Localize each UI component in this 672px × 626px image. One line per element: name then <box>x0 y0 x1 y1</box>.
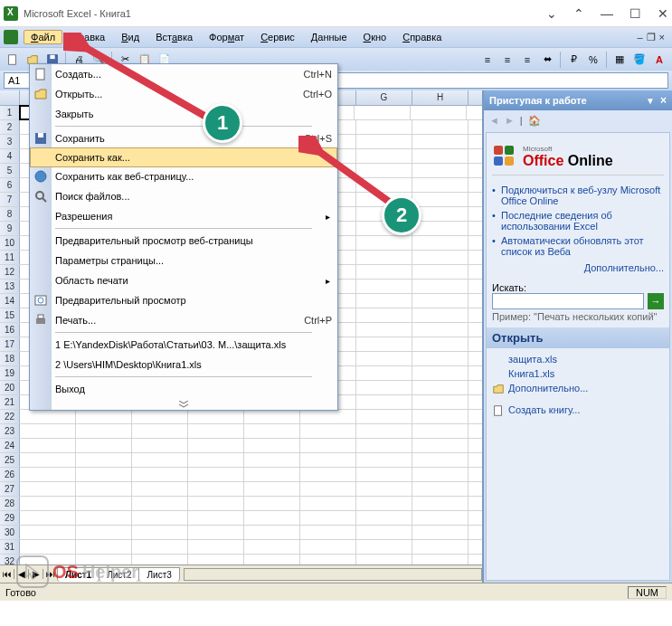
cell[interactable] <box>188 540 244 554</box>
cell[interactable] <box>356 511 412 525</box>
cell[interactable] <box>132 482 188 496</box>
cell[interactable] <box>20 526 76 539</box>
menu-item[interactable]: Предварительный просмотр веб-страницы <box>30 231 337 251</box>
back-icon[interactable]: ◄ <box>489 115 499 126</box>
cell[interactable] <box>132 511 188 525</box>
cell[interactable] <box>356 149 412 163</box>
cell[interactable] <box>76 424 132 438</box>
cell[interactable] <box>188 410 244 423</box>
cell[interactable] <box>356 193 412 206</box>
sheet-tab-1[interactable]: Лист1 <box>57 567 99 582</box>
tab-last-icon[interactable]: ⏭ <box>43 569 58 579</box>
row-header[interactable]: 12 <box>0 265 20 279</box>
cell[interactable] <box>412 323 469 337</box>
cell[interactable] <box>188 453 244 467</box>
row-header[interactable]: 13 <box>0 280 20 293</box>
cell[interactable] <box>356 497 412 510</box>
cell[interactable] <box>244 453 300 467</box>
search-input[interactable] <box>492 293 644 309</box>
menu-file[interactable]: Файл <box>24 30 62 44</box>
row-header[interactable]: 7 <box>0 193 20 206</box>
chevron-down-icon[interactable]: ⌄ <box>546 6 557 21</box>
cell[interactable] <box>300 511 356 525</box>
cell[interactable] <box>132 526 188 539</box>
expand-menu-icon[interactable] <box>30 399 337 410</box>
row-header[interactable]: 23 <box>0 424 20 438</box>
cell[interactable] <box>76 540 132 554</box>
recent-file-link[interactable]: защита.xls <box>492 352 664 366</box>
cell[interactable] <box>132 540 188 554</box>
column-header[interactable]: H <box>412 90 469 105</box>
cell[interactable] <box>411 106 467 119</box>
cell[interactable] <box>356 337 412 351</box>
cell[interactable] <box>356 526 412 539</box>
cell[interactable] <box>412 120 469 134</box>
cell[interactable] <box>300 497 356 510</box>
cell[interactable] <box>244 526 300 539</box>
minimize-icon[interactable]: — <box>601 6 613 21</box>
row-header[interactable]: 17 <box>0 337 20 351</box>
cell[interactable] <box>412 366 469 380</box>
cell[interactable] <box>356 294 412 308</box>
cell[interactable] <box>412 222 469 235</box>
cell[interactable] <box>356 308 412 322</box>
cell[interactable] <box>76 439 132 452</box>
cell[interactable] <box>412 308 469 322</box>
cell[interactable] <box>356 439 412 452</box>
close-icon[interactable]: ✕ <box>658 6 668 21</box>
menu-item[interactable]: Сохранить как веб-страницу... <box>30 166 337 186</box>
cell[interactable] <box>188 468 244 481</box>
cell[interactable] <box>132 424 188 438</box>
cell[interactable] <box>244 511 300 525</box>
cell[interactable] <box>132 497 188 510</box>
cell[interactable] <box>412 294 469 308</box>
menu-data[interactable]: Данные <box>304 30 355 44</box>
cell[interactable] <box>412 193 469 206</box>
cell[interactable] <box>412 497 469 510</box>
cell[interactable] <box>188 439 244 452</box>
menu-item[interactable]: Предварительный просмотр <box>30 290 337 310</box>
cell[interactable] <box>412 280 469 293</box>
menu-item[interactable]: Печать...Ctrl+P <box>30 310 337 330</box>
row-header[interactable]: 29 <box>0 511 20 525</box>
cell[interactable] <box>356 482 412 496</box>
cell[interactable] <box>132 439 188 452</box>
cell[interactable] <box>188 497 244 510</box>
cell[interactable] <box>356 222 412 235</box>
cell[interactable] <box>412 337 469 351</box>
cell[interactable] <box>412 135 469 148</box>
row-header[interactable]: 15 <box>0 308 20 322</box>
new-button[interactable] <box>4 51 22 69</box>
menu-item[interactable]: Открыть...Ctrl+O <box>30 84 337 104</box>
cell[interactable] <box>76 497 132 510</box>
menu-item[interactable]: Создать...Ctrl+N <box>30 64 337 84</box>
cell[interactable] <box>244 497 300 510</box>
cell[interactable] <box>132 468 188 481</box>
sheet-tab-2[interactable]: Лист2 <box>99 567 139 582</box>
cell[interactable] <box>188 482 244 496</box>
cell[interactable] <box>300 410 356 423</box>
cell[interactable] <box>356 424 412 438</box>
menu-item[interactable]: 2 \Users\HIM\Desktop\Книга1.xls <box>30 355 337 375</box>
recent-file-link[interactable]: Книга1.xls <box>492 366 664 381</box>
row-header[interactable]: 25 <box>0 453 20 467</box>
menu-help[interactable]: Справка <box>395 30 449 44</box>
cell[interactable] <box>412 352 469 365</box>
cell[interactable] <box>188 526 244 539</box>
cell[interactable] <box>300 482 356 496</box>
merge-button[interactable]: ⬌ <box>538 51 556 69</box>
cell[interactable] <box>132 453 188 467</box>
cell[interactable] <box>20 468 76 481</box>
row-header[interactable]: 5 <box>0 164 20 177</box>
cell[interactable] <box>356 135 412 148</box>
cell[interactable] <box>356 207 412 221</box>
row-header[interactable]: 19 <box>0 366 20 380</box>
cell[interactable] <box>356 352 412 365</box>
cell[interactable] <box>356 236 412 250</box>
cell[interactable] <box>300 439 356 452</box>
cell[interactable] <box>300 526 356 539</box>
cell[interactable] <box>300 453 356 467</box>
cell[interactable] <box>356 453 412 467</box>
cell[interactable] <box>76 526 132 539</box>
home-icon[interactable]: 🏠 <box>528 115 541 127</box>
